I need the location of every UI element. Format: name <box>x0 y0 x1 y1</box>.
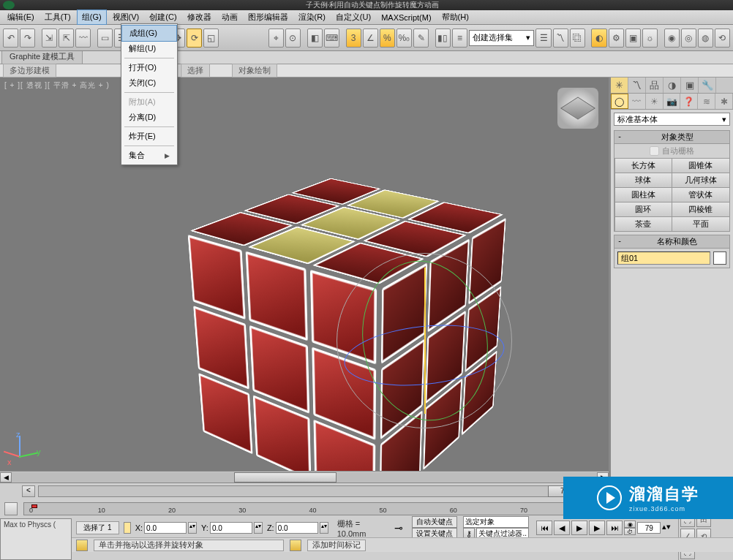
next-frame-button[interactable]: ▶ <box>589 521 605 535</box>
ribbon-subtab-polymodel[interactable]: 多边形建模 <box>3 64 56 77</box>
menu-create[interactable]: 创建(C) <box>145 10 181 24</box>
menu-grapheditors[interactable]: 图形编辑器 <box>244 10 293 24</box>
render-frame-button[interactable]: ▣ <box>625 29 641 48</box>
scale-button[interactable]: ◱ <box>203 29 219 48</box>
key-mode-button[interactable]: ◉ <box>624 521 636 528</box>
selection-lock-button[interactable] <box>124 522 131 534</box>
render-button[interactable]: ☼ <box>642 29 658 48</box>
goto-end-button[interactable]: ⏭ <box>606 521 623 535</box>
menu-item-ungroup[interactable]: 解组(U) <box>121 41 177 56</box>
sub-shapes[interactable]: 〰 <box>628 94 646 109</box>
angle-snap-button[interactable]: ∠ <box>363 29 378 48</box>
coord-y-spinner[interactable]: ▴▾ <box>254 522 263 534</box>
viewcube[interactable] <box>557 88 598 129</box>
frame-spinner[interactable]: ▴▾ <box>662 522 671 534</box>
select-manip-button[interactable]: ◧ <box>307 29 323 48</box>
menu-item-detach[interactable]: 分离(D) <box>121 110 177 125</box>
sub-geometry[interactable]: ◯ <box>611 94 628 109</box>
keyboard-shortcut-button[interactable]: ⌨ <box>324 29 339 48</box>
lock-icon[interactable]: ⊸ <box>394 522 403 534</box>
menu-modifiers[interactable]: 修改器 <box>183 10 216 24</box>
scene-rubiks-cube[interactable] <box>212 173 505 480</box>
type-torus[interactable]: 圆环 <box>614 202 673 217</box>
coord-x-spinner[interactable]: ▴▾ <box>188 522 197 534</box>
layers-button[interactable]: ☰ <box>535 29 551 48</box>
menu-group[interactable]: 组(G) <box>77 10 107 25</box>
menu-item-explode[interactable]: 炸开(E) <box>121 129 177 144</box>
tab-motion[interactable]: ◑ <box>664 77 681 93</box>
sub-cameras[interactable]: 📷 <box>664 94 681 109</box>
scroll-left-icon[interactable]: ◀ <box>0 472 12 483</box>
edit-named-sel-button[interactable]: ✎ <box>413 29 429 48</box>
type-cylinder[interactable]: 圆柱体 <box>614 187 673 203</box>
type-plane[interactable]: 平面 <box>672 216 730 232</box>
tab-create[interactable]: ✳ <box>611 77 628 93</box>
sub-helpers[interactable]: ❓ <box>680 94 698 109</box>
timeline-config-button[interactable] <box>4 502 18 515</box>
type-cone[interactable]: 圆锥体 <box>672 158 730 173</box>
ribbon-section-objpaint[interactable]: 对象绘制 <box>232 64 277 77</box>
menu-item-group[interactable]: 成组(G) <box>121 25 177 42</box>
goto-start-button[interactable]: ⏮ <box>536 521 552 535</box>
select-button[interactable]: ▭ <box>97 29 113 48</box>
bind-spacewarp-button[interactable]: 〰 <box>75 29 91 48</box>
current-frame-input[interactable] <box>637 522 661 534</box>
coord-z-input[interactable] <box>276 522 318 534</box>
render-setup-button[interactable]: ⚙ <box>609 29 624 48</box>
coord-y-input[interactable] <box>210 522 252 534</box>
tab-utilities[interactable]: 🔧 <box>699 77 716 93</box>
type-tube[interactable]: 管状体 <box>672 187 730 203</box>
coord-x-input[interactable] <box>144 522 187 534</box>
link-button[interactable]: ⇲ <box>42 29 57 48</box>
sub-lights[interactable]: ☀ <box>646 94 664 109</box>
percent-snap-button[interactable]: % <box>380 29 395 48</box>
viewport-label[interactable]: [ + ][ 透视 ][ 平滑 + 高光 + ) <box>4 80 110 91</box>
type-box[interactable]: 长方体 <box>614 158 673 173</box>
menu-item-assembly[interactable]: 集合▶ <box>121 148 177 163</box>
autogrid-checkbox[interactable]: 自动栅格 <box>614 144 729 158</box>
play-button[interactable]: ▶ <box>571 521 587 535</box>
type-pyramid[interactable]: 四棱锥 <box>672 202 730 217</box>
unlink-button[interactable]: ⇱ <box>59 29 74 48</box>
mirror-button[interactable]: ▮▯ <box>435 29 451 48</box>
tab-display[interactable]: ▣ <box>681 77 699 93</box>
scroll-thumb[interactable] <box>234 472 337 483</box>
sub-spacewarps[interactable]: ≋ <box>698 94 715 109</box>
snap-toggle-button[interactable]: 3 <box>346 29 361 48</box>
menu-animation[interactable]: 动画 <box>217 10 242 24</box>
prev-frame-button[interactable]: ◀ <box>554 521 570 535</box>
ribbon-section-selection[interactable]: 选择 <box>181 64 210 77</box>
viewport-perspective[interactable]: [ + ][ 透视 ][ 平滑 + 高光 + ) <box>0 77 610 483</box>
add-time-tag[interactable]: 添加时间标记 <box>307 540 366 551</box>
menu-tools[interactable]: 工具(T) <box>40 10 75 24</box>
coord-z-spinner[interactable]: ▴▾ <box>320 522 328 534</box>
rollout-title-object-type[interactable]: 对象类型 <box>625 132 729 143</box>
type-teapot[interactable]: 茶壶 <box>614 216 673 232</box>
viewport-hscrollbar[interactable]: ◀ ▶ <box>0 471 609 483</box>
rotate-button[interactable]: ⟳ <box>187 29 202 48</box>
maxscript-listener[interactable]: Max to Physcs ( <box>0 518 72 560</box>
object-name-input[interactable]: 组01 <box>617 251 710 265</box>
use-pivot-button[interactable]: ⊙ <box>285 29 301 48</box>
type-sphere[interactable]: 球体 <box>614 173 673 188</box>
spinner-snap-button[interactable]: %₀ <box>396 29 412 48</box>
menu-customize[interactable]: 自定义(U) <box>331 10 375 24</box>
material-editor-button[interactable]: ◐ <box>591 29 606 48</box>
schematic-view-button[interactable]: ⿻ <box>570 29 585 48</box>
sub-systems[interactable]: ✱ <box>715 94 733 109</box>
create-category-dropdown[interactable]: 标准基本体▾ <box>614 113 730 126</box>
menu-help[interactable]: 帮助(H) <box>437 10 473 24</box>
render-prod-button[interactable]: ◉ <box>664 29 680 48</box>
menu-item-close[interactable]: 关闭(C) <box>121 75 177 91</box>
undo-button[interactable]: ↶ <box>3 29 18 48</box>
time-tag-icon[interactable] <box>290 540 301 551</box>
tab-hierarchy[interactable]: 品 <box>646 77 664 93</box>
timeslider-prev[interactable]: < <box>22 485 35 497</box>
align-button[interactable]: ≡ <box>452 29 467 48</box>
render-iter-button[interactable]: ◎ <box>681 29 696 48</box>
render-active-button[interactable]: ◍ <box>698 29 713 48</box>
rollout-title-name-color[interactable]: 名称和颜色 <box>625 236 729 247</box>
menu-view[interactable]: 视图(V) <box>108 10 144 24</box>
menu-item-open[interactable]: 打开(O) <box>121 60 177 75</box>
type-geosphere[interactable]: 几何球体 <box>672 173 730 188</box>
